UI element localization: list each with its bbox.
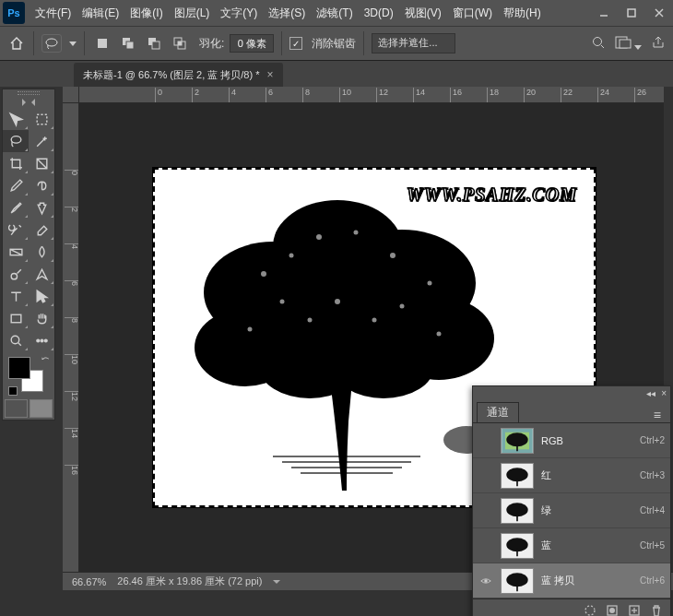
foreground-color[interactable] (8, 357, 30, 379)
channel-row-RGB[interactable]: RGBCtrl+2 (473, 423, 670, 458)
panel-close-icon[interactable]: × (661, 388, 667, 398)
close-button[interactable] (645, 0, 673, 26)
toolbox-collapse-toggle[interactable] (3, 97, 54, 108)
svg-point-72 (585, 606, 595, 615)
default-colors-icon[interactable] (8, 386, 18, 396)
menu-视图[interactable]: 视图(V) (399, 0, 447, 26)
feather-input[interactable] (230, 34, 274, 53)
toolbox-grip[interactable] (3, 89, 54, 97)
status-menu-caret[interactable] (273, 580, 280, 584)
svg-rect-61 (516, 478, 518, 485)
quick-mask-toggle[interactable] (3, 397, 54, 420)
minimize-button[interactable] (590, 0, 618, 26)
document-dimensions[interactable]: 26.46 厘米 x 19.86 厘米 (72 ppi) (117, 575, 262, 588)
tool-hand[interactable] (29, 307, 54, 329)
color-swatches[interactable]: ⤺ (3, 351, 54, 397)
swap-colors-icon[interactable]: ⤺ (41, 353, 49, 363)
menu-滤镜[interactable]: 滤镜(T) (311, 0, 358, 26)
ruler-horizontal[interactable]: 0246810121416182022242628 (79, 87, 664, 103)
svg-line-25 (18, 342, 20, 345)
menu-窗口[interactable]: 窗口(W) (447, 0, 498, 26)
svg-rect-16 (620, 40, 631, 48)
menu-3d[interactable]: 3D(D) (359, 0, 399, 26)
tool-dodge[interactable] (3, 263, 29, 285)
tool-magic-wand[interactable] (29, 130, 54, 152)
selection-add-icon[interactable] (118, 33, 138, 53)
tool-path-select[interactable] (29, 285, 54, 307)
selection-new-icon[interactable] (92, 33, 112, 53)
svg-point-41 (390, 253, 396, 258)
selection-intersect-icon[interactable] (170, 33, 190, 53)
document-tab[interactable]: 未标题-1 @ 66.7% (图层 2, 蓝 拷贝/8) * × (74, 63, 283, 87)
svg-point-21 (11, 273, 17, 278)
channel-row-绿[interactable]: 绿Ctrl+4 (473, 493, 670, 528)
panel-menu-icon[interactable]: ≡ (648, 408, 667, 422)
tool-slice[interactable] (29, 152, 54, 174)
ruler-origin[interactable] (63, 87, 79, 103)
tool-edit-toolbar[interactable] (29, 329, 54, 351)
tool-lasso[interactable] (3, 130, 29, 152)
ruler-h-tick: 10 (339, 88, 351, 103)
visibility-toggle[interactable] (478, 574, 493, 588)
ruler-vertical[interactable]: 0246810121416 (63, 103, 79, 574)
tool-artboard[interactable] (29, 108, 54, 130)
tool-brush[interactable] (3, 196, 29, 219)
menu-图层[interactable]: 图层(L) (169, 0, 216, 26)
svg-rect-71 (516, 583, 518, 590)
ruler-h-tick: 16 (450, 88, 462, 103)
load-selection-icon[interactable] (584, 604, 596, 617)
menu-编辑[interactable]: 编辑(E) (77, 0, 124, 26)
visibility-toggle[interactable] (478, 539, 493, 553)
workspace-switcher-icon[interactable] (615, 35, 642, 52)
svg-rect-58 (516, 443, 518, 450)
tool-gradient[interactable] (3, 241, 29, 263)
select-and-mask-button[interactable]: 选择并遮住... (372, 33, 455, 53)
tool-healing[interactable] (29, 174, 54, 196)
ruler-h-tick: 20 (524, 88, 536, 103)
tool-preset-picker[interactable] (41, 34, 62, 53)
document-tab-title: 未标题-1 @ 66.7% (图层 2, 蓝 拷贝/8) * (83, 68, 260, 82)
channels-tab[interactable]: 通道 (477, 402, 519, 422)
menu-选择[interactable]: 选择(S) (263, 0, 311, 26)
channel-thumbnail (501, 428, 534, 454)
zoom-level[interactable]: 66.67% (72, 576, 106, 587)
search-icon[interactable] (591, 35, 606, 52)
tool-type[interactable] (3, 285, 29, 307)
tool-rectangle[interactable] (3, 307, 29, 329)
tool-eraser[interactable] (29, 219, 54, 241)
panel-collapse-icon[interactable]: ◂◂ (646, 388, 655, 398)
share-icon[interactable] (651, 35, 666, 52)
antialias-checkbox[interactable]: ✓ (289, 37, 302, 50)
tool-zoom[interactable] (3, 329, 29, 351)
delete-channel-icon[interactable] (650, 604, 663, 617)
selection-subtract-icon[interactable] (144, 33, 164, 53)
menu-帮助[interactable]: 帮助(H) (498, 0, 547, 26)
tool-move[interactable] (3, 108, 29, 130)
tool-clone[interactable] (29, 196, 54, 219)
tool-crop[interactable] (3, 152, 29, 174)
visibility-toggle[interactable] (478, 468, 493, 483)
channel-name: 红 (541, 468, 632, 482)
svg-rect-9 (152, 41, 159, 49)
tool-eyedropper[interactable] (3, 174, 29, 196)
channel-row-蓝 拷贝[interactable]: 蓝 拷贝Ctrl+6 (473, 563, 670, 598)
tool-pen[interactable] (29, 263, 54, 285)
ruler-v-tick: 12 (65, 391, 79, 401)
visibility-toggle[interactable] (478, 503, 493, 518)
menu-文字[interactable]: 文字(Y) (215, 0, 263, 26)
tool-preset-caret[interactable] (69, 41, 77, 46)
tool-history-brush[interactable] (3, 219, 29, 241)
tab-close-icon[interactable]: × (267, 68, 274, 81)
channel-name: RGB (541, 435, 632, 446)
channel-shortcut: Ctrl+5 (640, 540, 665, 551)
channel-row-蓝[interactable]: 蓝Ctrl+5 (473, 528, 670, 563)
save-selection-icon[interactable] (606, 604, 619, 617)
menu-图像[interactable]: 图像(I) (124, 0, 168, 26)
menu-文件[interactable]: 文件(F) (30, 0, 77, 26)
tool-blur[interactable] (29, 241, 54, 263)
new-channel-icon[interactable] (628, 604, 641, 617)
visibility-toggle[interactable] (478, 433, 493, 448)
channel-row-红[interactable]: 红Ctrl+3 (473, 458, 670, 493)
maximize-button[interactable] (618, 0, 645, 26)
home-button[interactable] (7, 34, 26, 53)
